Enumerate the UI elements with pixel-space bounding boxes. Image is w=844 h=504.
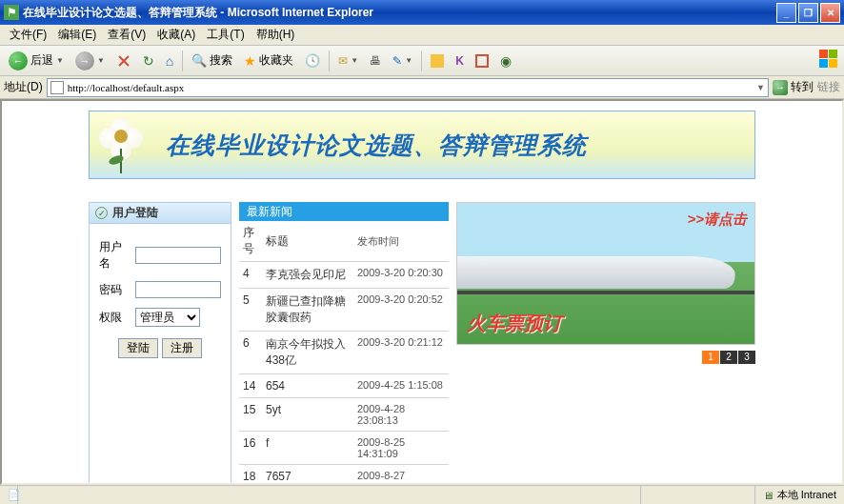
menu-edit[interactable]: 编辑(E) <box>52 25 102 45</box>
mail-button[interactable]: ✉▼ <box>333 50 363 72</box>
stop-button[interactable] <box>111 50 136 72</box>
address-label: 地址(D) <box>4 79 43 95</box>
favorites-label: 收藏夹 <box>259 52 293 69</box>
chevron-down-icon: ▼ <box>351 56 358 65</box>
forward-arrow-icon: → <box>75 51 94 71</box>
chevron-down-icon: ▼ <box>97 56 105 65</box>
window-controls: _ ❐ ✕ <box>776 3 840 23</box>
search-icon: 🔍 <box>191 53 207 68</box>
menu-tools[interactable]: 工具(T) <box>201 25 250 45</box>
favorites-button[interactable]: ★收藏夹 <box>239 50 298 72</box>
ext-icon: K <box>455 54 464 68</box>
address-input[interactable]: http://localhost/default.aspx ▼ <box>47 78 769 97</box>
go-arrow-icon: → <box>773 80 788 95</box>
window-titlebar: ⚑ 在线毕业设计论文选题、答辩管理系统 - Microsoft Internet… <box>0 0 844 25</box>
ext-icon <box>431 54 444 68</box>
back-arrow-icon: ← <box>9 51 28 71</box>
window-title: 在线毕业设计论文选题、答辩管理系统 - Microsoft Internet E… <box>23 5 776 21</box>
ie-logo-icon <box>819 50 840 71</box>
history-icon: 🕓 <box>305 53 320 68</box>
app-icon: ⚑ <box>4 5 19 20</box>
go-button[interactable]: → 转到 <box>773 79 814 95</box>
home-button[interactable]: ⌂ <box>161 50 178 72</box>
chevron-down-icon[interactable]: ▼ <box>756 83 765 92</box>
address-bar: 地址(D) http://localhost/default.aspx ▼ → … <box>0 76 844 99</box>
links-label[interactable]: 链接 <box>817 79 840 95</box>
print-button[interactable]: 🖶 <box>365 50 386 72</box>
stop-icon <box>116 53 131 69</box>
maximize-button[interactable]: ❐ <box>798 3 818 23</box>
home-icon: ⌂ <box>166 53 173 69</box>
mail-icon: ✉ <box>338 54 348 68</box>
go-label: 转到 <box>791 79 814 95</box>
page-icon <box>50 81 64 94</box>
star-icon: ★ <box>244 53 256 69</box>
ext2-button[interactable]: K <box>451 50 469 72</box>
separator <box>182 50 183 71</box>
ext3-button[interactable] <box>471 50 493 72</box>
menubar: 文件(F) 编辑(E) 查看(V) 收藏(A) 工具(T) 帮助(H) <box>0 25 844 46</box>
print-icon: 🖶 <box>370 54 381 68</box>
separator <box>421 50 422 71</box>
ext-icon <box>475 54 489 68</box>
chevron-down-icon: ▼ <box>405 56 412 65</box>
menu-favorites[interactable]: 收藏(A) <box>151 25 201 45</box>
ext4-button[interactable]: ◉ <box>495 50 516 72</box>
back-button[interactable]: ← 后退 ▼ <box>4 50 69 72</box>
menu-file[interactable]: 文件(F) <box>4 25 52 45</box>
refresh-button[interactable]: ↻ <box>138 50 159 72</box>
back-label: 后退 <box>30 52 53 69</box>
minimize-button[interactable]: _ <box>776 3 796 23</box>
chevron-down-icon: ▼ <box>56 56 64 65</box>
menu-help[interactable]: 帮助(H) <box>251 25 301 45</box>
toolbar: ← 后退 ▼ → ▼ ↻ ⌂ 🔍搜索 ★收藏夹 🕓 ✉▼ 🖶 ✎▼ K ◉ <box>0 46 844 76</box>
ext-icon: ◉ <box>500 53 512 69</box>
menu-view[interactable]: 查看(V) <box>102 25 151 45</box>
search-label: 搜索 <box>210 52 232 69</box>
history-button[interactable]: 🕓 <box>300 50 325 72</box>
refresh-icon: ↻ <box>143 53 154 69</box>
ext1-button[interactable] <box>426 50 449 72</box>
search-button[interactable]: 🔍搜索 <box>187 50 237 72</box>
separator <box>329 50 330 71</box>
edit-icon: ✎ <box>392 54 402 68</box>
close-button[interactable]: ✕ <box>820 3 840 23</box>
forward-button[interactable]: → ▼ <box>70 50 110 72</box>
edit-button[interactable]: ✎▼ <box>388 50 417 72</box>
url-text: http://localhost/default.aspx <box>68 82 756 93</box>
